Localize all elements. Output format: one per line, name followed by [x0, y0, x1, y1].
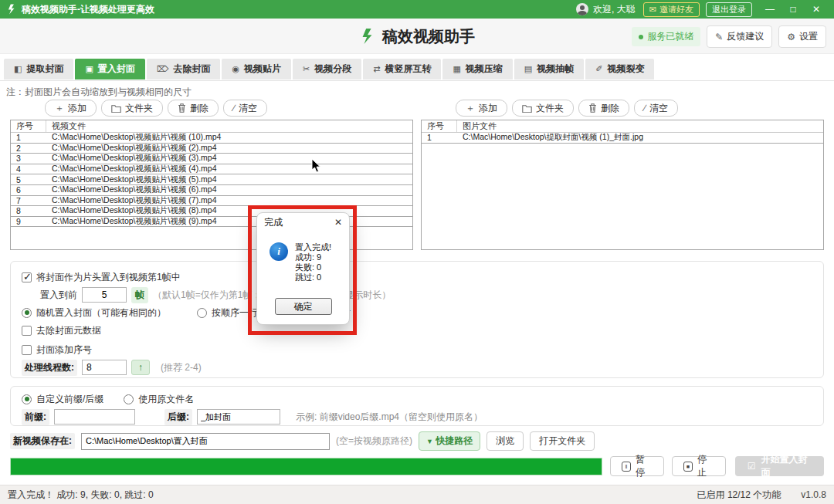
table-row[interactable]: 9C:\Mac\Home\Desktop\视频贴片\视频 (9).mp4 [11, 217, 412, 228]
maximize-button[interactable]: □ [781, 4, 805, 15]
table-row[interactable]: 4C:\Mac\Home\Desktop\视频贴片\视频 (4).mp4 [11, 164, 412, 175]
tab-orientation-convert[interactable]: ⇄横竖屏互转 [363, 59, 441, 79]
version-label: v1.0.8 [801, 489, 826, 500]
save-path-input[interactable] [81, 433, 330, 450]
table-row[interactable]: 5C:\Mac\Home\Desktop\视频贴片\视频 (5).mp4 [11, 174, 412, 185]
feedback-button[interactable]: ✎ 反馈建议 [707, 25, 772, 48]
page-title: 稿效视频助手 [382, 26, 475, 47]
tab-label: 视频压缩 [466, 63, 503, 76]
delete-image-button[interactable]: 删除 [578, 100, 629, 117]
add-video-folder-button[interactable]: 文件夹 [101, 100, 163, 117]
dialog-close-icon[interactable]: ✕ [334, 217, 342, 228]
table-row[interactable]: 7C:\Mac\Home\Desktop\视频贴片\视频 (7).mp4 [11, 196, 412, 207]
row-file-path: C:\Mac\Home\Desktop\视频贴片\视频 (9).mp4 [46, 216, 412, 227]
minimize-button[interactable]: — [758, 4, 781, 15]
threads-up-button[interactable]: ↑ [131, 360, 150, 375]
quick-path-button[interactable]: ▼ 快捷路径 [419, 431, 480, 451]
video-fission-icon: ✐ [595, 64, 602, 74]
embed-first-frame-checkbox[interactable] [22, 272, 32, 282]
table-row[interactable]: 8C:\Mac\Home\Desktop\视频贴片\视频 (8).mp4 [11, 206, 412, 217]
random-insert-label: 随机置入封面（可能有相同的） [36, 306, 166, 320]
clear-pen-icon: ∕ [233, 103, 235, 113]
logout-button[interactable]: 退出登录 [706, 2, 752, 17]
note-text: 注：封面图片会自动缩放到与视频相同的尺寸 [6, 86, 192, 99]
stop-button[interactable]: ■ 停止 [672, 456, 726, 476]
remove-metadata-checkbox[interactable] [22, 326, 32, 336]
delete-video-button[interactable]: 删除 [168, 100, 219, 117]
dialog-fail-count: 失败: 0 [295, 262, 331, 272]
threads-hint: (推荐 2-4) [161, 361, 202, 374]
frame-extract-icon: ▤ [524, 64, 532, 74]
pause-icon: ‖ [622, 462, 631, 472]
row-index: 7 [11, 196, 46, 205]
clear-video-button[interactable]: ∕ 清空 [223, 100, 267, 117]
progress-bar [10, 458, 602, 475]
invite-friends-button[interactable]: ✉ 邀请好友 [643, 2, 700, 17]
add-image-folder-button[interactable]: 文件夹 [512, 100, 574, 117]
sequential-insert-radio[interactable] [197, 308, 207, 318]
prefix-input[interactable] [54, 409, 135, 425]
row-index: 9 [11, 217, 46, 226]
table-row[interactable]: 3C:\Mac\Home\Desktop\视频贴片\视频 (3).mp4 [11, 154, 412, 164]
tab-video-fission[interactable]: ✐视频裂变 [585, 59, 654, 79]
naming-panel: 自定义前缀/后缀 使用原文件名 前缀: 后缀: 示例: 前缀video后缀.mp… [10, 386, 824, 426]
tab-video-compress[interactable]: ▦视频压缩 [442, 59, 512, 79]
extract-cover-icon: ◧ [14, 64, 22, 74]
table-row[interactable]: 2C:\Mac\Home\Desktop\视频贴片\视频 (2).mp4 [11, 144, 412, 154]
dialog-body: i 置入完成! 成功: 9 失败: 0 跳过: 0 [257, 232, 349, 282]
dialog-success-count: 成功: 9 [295, 252, 331, 262]
image-panel: ＋ 添加 文件夹 删除 ∕ 清空 序号 图片文件 1C:\Mac\Home\De… [421, 100, 824, 250]
row-index: 1 [422, 133, 457, 142]
save-path-row: 新视频保存在: (空=按视频原路径) ▼ 快捷路径 浏览 打开文件夹 [10, 431, 824, 451]
image-table-header: 序号 图片文件 [422, 120, 823, 133]
dialog-title-bar: 完成 ✕ [257, 213, 349, 232]
pause-button[interactable]: ‖ 暂停 [610, 456, 664, 476]
orientation-convert-icon: ⇄ [373, 64, 380, 74]
settings-button[interactable]: ⚙ 设置 [778, 25, 826, 48]
tab-label: 视频贴片 [244, 63, 281, 76]
close-button[interactable]: ✕ [805, 4, 828, 15]
tab-remove-cover[interactable]: ⌦去除封面 [147, 59, 221, 79]
custom-affix-radio[interactable] [22, 394, 32, 404]
status-bar: 置入完成！ 成功: 9, 失败: 0, 跳过: 0 已启用 12/12 个功能 … [0, 485, 834, 504]
add-index-checkbox[interactable] [22, 345, 32, 355]
user-avatar[interactable] [576, 3, 588, 15]
video-table: 序号 视频文件 1C:\Mac\Home\Desktop\视频贴片\视频 (10… [10, 120, 413, 250]
row-index: 8 [11, 206, 46, 215]
table-row[interactable]: 1C:\Mac\Home\Desktop\视频贴片\视频 (10).mp4 [11, 133, 412, 144]
row-file-path: C:\Mac\Home\Desktop\视频贴片\视频 (8).mp4 [46, 205, 412, 216]
embed-first-frame-label: 将封面作为片头置入到视频第1帧中 [36, 271, 181, 284]
add-video-button[interactable]: ＋ 添加 [45, 100, 97, 117]
frames-count-input[interactable] [82, 287, 127, 303]
clear-image-button[interactable]: ∕ 清空 [634, 100, 678, 117]
status-message: 置入完成！ 成功: 9, 失败: 0, 跳过: 0 [8, 489, 154, 502]
original-name-radio[interactable] [124, 394, 134, 404]
random-insert-radio[interactable] [22, 308, 32, 318]
tab-video-sticker[interactable]: ◉视频贴片 [222, 59, 291, 79]
tab-bar: ◧提取封面▣置入封面⌦去除封面◉视频贴片✂视频分段⇄横竖屏互转▦视频压缩▤视频抽… [4, 59, 830, 80]
envelope-icon: ✉ [649, 5, 656, 15]
tab-divider [0, 80, 834, 81]
row-file-path: C:\Mac\Home\Desktop\视频贴片\视频 (5).mp4 [46, 174, 412, 185]
add-image-button[interactable]: ＋ 添加 [456, 100, 507, 117]
threads-input[interactable] [82, 360, 127, 375]
folder-icon [522, 104, 532, 113]
row-file-path: C:\Mac\Home\Desktop\视频贴片\视频 (4).mp4 [46, 164, 412, 174]
tab-video-split[interactable]: ✂视频分段 [293, 59, 361, 79]
tab-insert-cover[interactable]: ▣置入封面 [75, 59, 144, 79]
tab-frame-extract[interactable]: ▤视频抽帧 [514, 59, 584, 79]
table-row[interactable]: 6C:\Mac\Home\Desktop\视频贴片\视频 (6).mp4 [11, 185, 412, 196]
add-index-label: 封面添加序号 [36, 343, 92, 357]
row-index: 1 [11, 133, 46, 142]
table-row[interactable]: 1C:\Mac\Home\Desktop\提取封面\视频 (1)_封面.jpg [422, 133, 823, 144]
video-toolbar: ＋ 添加 文件夹 删除 ∕ 清空 [45, 100, 413, 117]
video-sticker-icon: ◉ [232, 64, 239, 74]
dialog-ok-button[interactable]: 确定 [275, 298, 332, 315]
start-insert-button[interactable]: ☑ 开始置入封面 [735, 456, 824, 476]
features-enabled: 已启用 12/12 个功能 [697, 489, 781, 502]
tab-extract-cover[interactable]: ◧提取封面 [4, 59, 73, 79]
video-panel: ＋ 添加 文件夹 删除 ∕ 清空 序号 视频文件 1C:\Mac\Home\De… [10, 100, 413, 250]
open-folder-button[interactable]: 打开文件夹 [530, 431, 595, 451]
browse-button[interactable]: 浏览 [486, 431, 524, 451]
suffix-input[interactable] [197, 409, 280, 425]
